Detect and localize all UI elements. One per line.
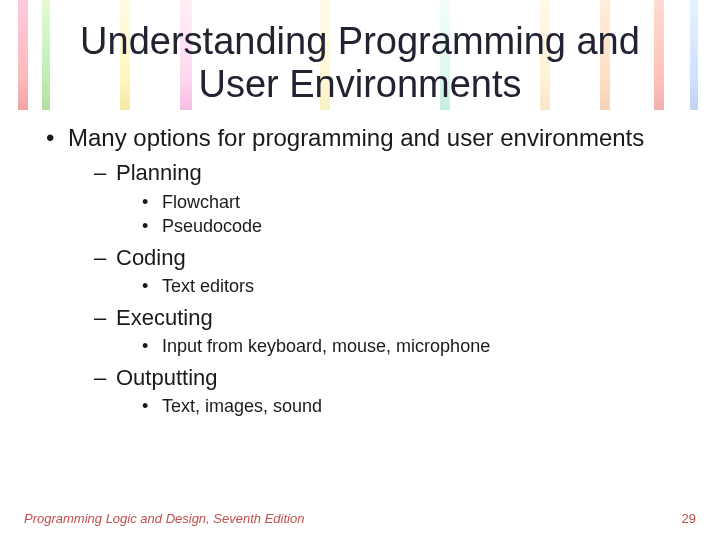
sub-item: Pseudocode xyxy=(142,214,680,238)
section-coding: Coding Text editors xyxy=(94,243,680,299)
bullet-main: Many options for programming and user en… xyxy=(46,123,680,419)
sub-list: Input from keyboard, mouse, microphone xyxy=(116,334,680,358)
sub-list: Text, images, sound xyxy=(116,394,680,418)
section-outputting: Outputting Text, images, sound xyxy=(94,363,680,419)
section-planning: Planning Flowchart Pseudocode xyxy=(94,158,680,238)
footer-page-number: 29 xyxy=(682,511,696,526)
bullet-main-text: Many options for programming and user en… xyxy=(68,124,644,151)
sub-list: Text editors xyxy=(116,274,680,298)
section-label: Planning xyxy=(116,160,202,185)
slide: Understanding Programming and User Envir… xyxy=(0,0,720,540)
sub-item: Flowchart xyxy=(142,190,680,214)
section-executing: Executing Input from keyboard, mouse, mi… xyxy=(94,303,680,359)
section-label: Coding xyxy=(116,245,186,270)
sub-item: Input from keyboard, mouse, microphone xyxy=(142,334,680,358)
bullet-list: Many options for programming and user en… xyxy=(40,123,680,419)
footer-book-title: Programming Logic and Design, Seventh Ed… xyxy=(24,511,304,526)
section-label: Executing xyxy=(116,305,213,330)
slide-footer: Programming Logic and Design, Seventh Ed… xyxy=(24,511,696,526)
sub-list: Flowchart Pseudocode xyxy=(116,190,680,239)
sub-item: Text, images, sound xyxy=(142,394,680,418)
section-list: Planning Flowchart Pseudocode Coding Tex… xyxy=(68,158,680,418)
sub-item: Text editors xyxy=(142,274,680,298)
section-label: Outputting xyxy=(116,365,218,390)
slide-title: Understanding Programming and User Envir… xyxy=(40,20,680,105)
